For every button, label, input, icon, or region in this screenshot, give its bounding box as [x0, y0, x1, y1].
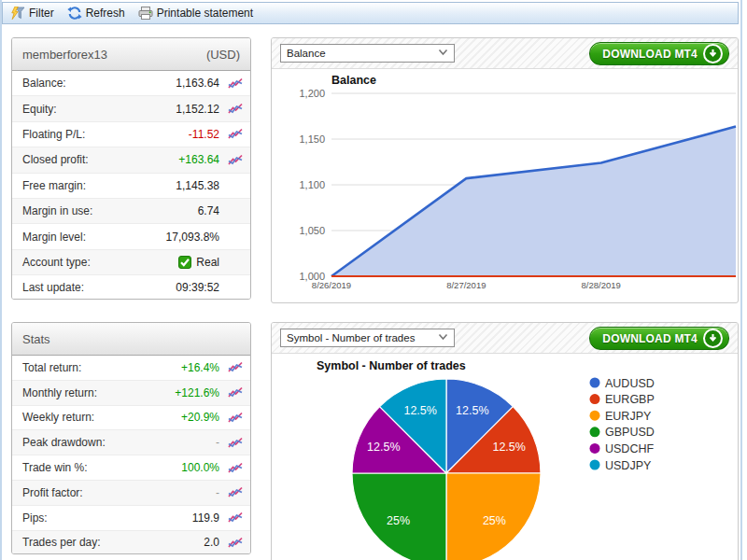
legend-swatch-USDJPY [590, 460, 600, 470]
row-value: 119.9 [192, 511, 219, 525]
row-label: Floating P/L: [22, 128, 189, 141]
filter-button[interactable]: Filter [10, 7, 54, 21]
refresh-button[interactable]: Refresh [67, 7, 125, 20]
mini-chart-icon[interactable] [228, 103, 243, 115]
row-icon-slot [226, 537, 243, 549]
table-row: Trades per day: 2.0 [12, 530, 250, 554]
balance-section-header: Balance DOWNLOAD MT4 [272, 38, 738, 69]
table-row: Floating P/L: -11.52 [12, 121, 250, 147]
row-value: 1,152.12 [176, 103, 219, 116]
mini-chart-icon[interactable] [228, 386, 243, 399]
download-arrow-icon [703, 329, 723, 348]
x-tick-label: 8/28/2019 [582, 280, 621, 290]
table-row: Trade win %: 100.0% [12, 455, 250, 480]
x-tick-label: 8/26/2019 [312, 280, 351, 290]
mini-chart-icon[interactable] [228, 537, 243, 549]
stats-rows: Total return: +16.4% Monthly return: +12… [12, 356, 250, 554]
legend-swatch-EURJPY [590, 411, 600, 421]
symbol-pie-chart-svg: Symbol - Number of trades12.5%12.5%25%25… [272, 354, 738, 560]
mini-chart-icon[interactable] [228, 77, 243, 90]
table-row: Closed profit: +163.64 [12, 147, 250, 172]
legend-swatch-AUDUSD [590, 378, 600, 388]
printable-statement-button[interactable]: Printable statement [138, 7, 253, 20]
row-icon-slot [226, 77, 243, 90]
row-value: +20.9% [181, 411, 219, 424]
download-mt4-label: DOWNLOAD MT4 [602, 48, 698, 61]
printer-icon [138, 7, 153, 20]
legend-swatch-USDCHF [590, 443, 600, 454]
row-label: Peak drawdown: [22, 436, 216, 449]
download-mt4-label: DOWNLOAD MT4 [602, 332, 698, 345]
mini-chart-icon[interactable] [228, 486, 243, 498]
mini-chart-icon[interactable] [228, 361, 243, 373]
mini-chart-icon[interactable] [228, 462, 243, 474]
download-mt4-button[interactable]: DOWNLOAD MT4 [589, 327, 729, 350]
row-value: -11.52 [189, 128, 219, 141]
row-icon-slot [226, 412, 243, 424]
pie-slice-label: 12.5% [403, 404, 436, 417]
row-label: Trades per day: [22, 536, 204, 549]
row-label: Profit factor: [22, 486, 216, 499]
y-tick-label: 1,100 [299, 179, 325, 190]
pie-metric-select[interactable]: Symbol - Number of trades [280, 329, 455, 347]
mini-chart-icon[interactable] [228, 511, 243, 524]
row-icon-slot [226, 103, 243, 115]
row-label: Margin in use: [22, 204, 198, 217]
legend-label-EURGBP: EURGBP [605, 393, 655, 406]
balance-metric-select[interactable]: Balance [280, 44, 455, 63]
row-label: Closed profit: [22, 153, 178, 166]
row-icon-slot [226, 386, 243, 399]
row-value: - [216, 486, 219, 499]
symbol-pie-section: Symbol - Number of trades DOWNLOAD MT4 S… [271, 322, 739, 560]
download-mt4-button[interactable]: DOWNLOAD MT4 [589, 42, 729, 65]
row-icon-slot [226, 361, 243, 373]
table-row: Profit factor: - [12, 480, 250, 505]
row-label: Monthly return: [22, 386, 175, 399]
real-account-checkbox-icon [178, 256, 191, 269]
toolbar: Filter Refresh Printable statement [2, 2, 739, 24]
legend-swatch-GBPUSD [590, 427, 600, 437]
account-currency: (USD) [206, 48, 240, 62]
pie-section-header: Symbol - Number of trades DOWNLOAD MT4 [272, 323, 738, 354]
pie-metric-select-value: Symbol - Number of trades [287, 332, 415, 343]
table-row: Margin level: 17,093.8% [12, 223, 250, 248]
download-arrow-icon [703, 44, 723, 63]
printable-statement-label: Printable statement [157, 7, 253, 20]
filter-label: Filter [29, 7, 54, 20]
row-label: Balance: [22, 77, 176, 90]
filter-icon [10, 7, 25, 21]
table-row: Pips: 119.9 [12, 505, 250, 530]
legend-label-USDJPY: USDJPY [605, 459, 652, 472]
legend-label-GBPUSD: GBPUSD [605, 426, 655, 439]
y-tick-label: 1,150 [299, 133, 325, 145]
table-row: Total return: +16.4% [12, 356, 250, 380]
mini-chart-icon[interactable] [228, 412, 243, 424]
y-tick-label: 1,200 [299, 88, 325, 99]
table-row: Equity: 1,152.12 [12, 95, 250, 120]
mini-chart-icon[interactable] [228, 128, 243, 140]
symbol-trades-pie-chart: Symbol - Number of trades12.5%12.5%25%25… [272, 354, 738, 560]
row-label: Pips: [22, 511, 192, 525]
row-value: 1,163.64 [176, 77, 219, 90]
balance-chart-section: Balance DOWNLOAD MT4 1,0001,0501,1001,15… [271, 37, 739, 303]
row-value: +121.6% [175, 386, 219, 399]
table-row: Account type: Real [12, 249, 250, 274]
row-label: Weekly return: [22, 411, 181, 424]
legend-label-EURJPY: EURJPY [605, 410, 652, 423]
row-label: Total return: [22, 361, 181, 374]
mini-chart-icon[interactable] [228, 154, 243, 166]
account-summary-panel: memberforex13 (USD) Balance: 1,163.64 Eq… [11, 37, 251, 300]
row-icon-slot [226, 128, 243, 140]
row-value: Real [178, 256, 219, 269]
stats-title: Stats [22, 332, 50, 346]
chevron-down-icon [438, 49, 448, 58]
refresh-label: Refresh [86, 7, 125, 20]
mini-chart-icon[interactable] [228, 437, 243, 449]
table-row: Weekly return: +20.9% [12, 405, 250, 430]
chart-title: Balance [331, 74, 376, 87]
table-row: Peak drawdown: - [12, 429, 250, 455]
table-row: Balance: 1,163.64 [12, 71, 250, 95]
pie-slice-label: 25% [483, 514, 506, 527]
table-row: Free margin: 1,145.38 [12, 173, 250, 198]
x-tick-label: 8/27/2019 [446, 280, 486, 290]
